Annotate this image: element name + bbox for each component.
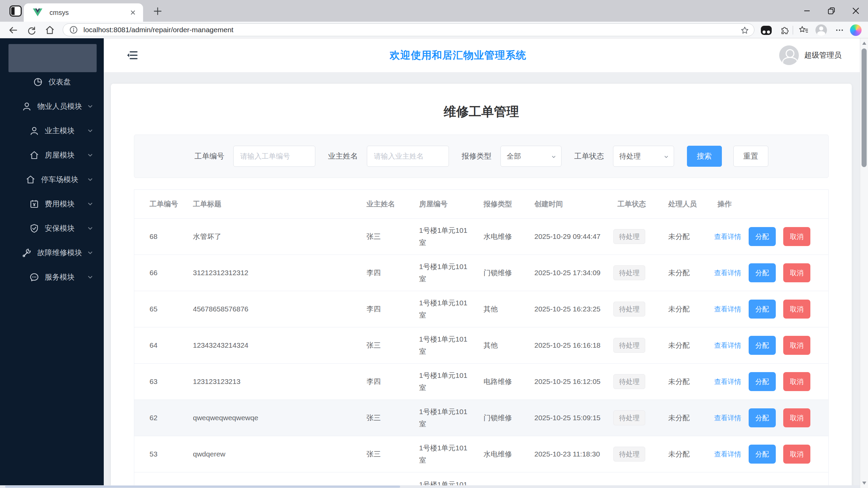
profile-icon[interactable] [815,24,827,36]
table-row: 63 123123123213 李四 1号楼1单元101室 电路维修 2025-… [134,364,828,400]
scroll-up-icon[interactable] [862,42,866,45]
user-box[interactable]: 超级管理员 [779,38,842,72]
vertical-scrollbar[interactable] [860,38,868,488]
cell-order-status: 待处理 [611,406,662,430]
assign-button[interactable]: 分配 [749,263,776,282]
sidebar-item[interactable]: 房屋模块 [0,143,104,167]
cell-order-status: 待处理 [611,261,662,285]
more-icon[interactable] [833,24,846,36]
sidebar-item[interactable]: 停车场模块 [0,167,104,192]
cell-owner-name: 张三 [360,444,412,465]
sidebar-item[interactable]: 仪表盘 [0,70,104,94]
cancel-button[interactable]: 取消 [783,300,810,319]
copilot-icon[interactable] [850,24,862,36]
reset-button[interactable]: 重置 [733,146,768,167]
back-icon[interactable] [7,24,19,36]
sidebar-item-label: 费用模块 [45,199,75,209]
browser-essentials-icon[interactable] [760,24,772,36]
view-detail-link[interactable]: 查看详情 [714,233,741,240]
owner-name-label: 业主姓名 [328,151,358,161]
icon-shield [29,223,39,233]
sidebar-item[interactable]: 安保模块 [0,216,104,241]
icon-fee [29,199,39,209]
content-card: 维修工单管理 工单编号 业主姓名 报修类型 全部 [111,84,852,485]
cell-house-no: 1号楼1单元101室 [412,474,477,486]
chevron-down-icon [87,152,94,159]
status-badge: 待处理 [613,338,645,353]
cancel-button[interactable]: 取消 [783,336,810,355]
column-header: 工单状态 [611,194,662,215]
browser-toolbar: localhost:8081/admin/repair/order-manage… [0,22,868,38]
screen: cmsys [0,0,868,488]
assign-button[interactable]: 分配 [749,372,776,391]
view-detail-link[interactable]: 查看详情 [714,450,741,458]
cell-house-no: 1号楼1单元101室 [412,292,477,326]
repair-type-select[interactable]: 全部 [500,146,561,167]
sidebar-item[interactable]: 故障维修模块 [0,241,104,265]
view-detail-link[interactable]: 查看详情 [714,342,741,349]
favorites-list-icon[interactable] [797,24,810,36]
cell-order-title: 45678658576876 [186,299,360,320]
cell-order-id: 63 [134,371,186,392]
repair-type-label: 报修类型 [462,151,492,161]
cell-order-title: qweqweqweqwewqe [186,407,360,428]
sidebar-item-label: 房屋模块 [45,150,75,160]
cell-actions: 查看详情 分配 取消 [711,295,828,323]
browser-tab[interactable]: cmsys [24,3,143,22]
restore-icon[interactable] [819,0,844,22]
view-detail-link[interactable]: 查看详情 [714,414,741,422]
refresh-icon[interactable] [26,24,37,36]
cell-owner-name: 张三 [360,407,412,428]
cancel-button[interactable]: 取消 [783,445,810,464]
address-bar[interactable]: localhost:8081/admin/repair/order-manage… [63,23,754,36]
scroll-down-icon[interactable] [862,482,866,485]
workspaces-icon[interactable] [9,5,22,17]
tab-close-icon[interactable] [129,8,137,17]
cell-handler: 未分配 [662,407,711,428]
view-detail-link[interactable]: 查看详情 [714,378,741,385]
cancel-button[interactable]: 取消 [783,263,810,282]
assign-button[interactable]: 分配 [749,227,776,246]
sidebar-item[interactable]: 物业人员模块 [0,94,104,119]
cell-repair-type: 电路维修 [477,371,528,392]
vertical-scrollbar-thumb[interactable] [862,48,867,167]
assign-button[interactable]: 分配 [749,300,776,319]
view-detail-link[interactable]: 查看详情 [714,269,741,277]
assign-button[interactable]: 分配 [749,445,776,464]
minimize-icon[interactable] [795,0,819,22]
view-detail-link[interactable]: 查看详情 [714,305,741,313]
icon-user [22,101,32,111]
sidebar-item-label: 物业人员模块 [37,101,82,111]
cell-order-status: 待处理 [611,479,662,486]
table-row: 64 12343243214324 张三 1号楼1单元101室 其他 2025-… [134,327,828,364]
cell-order-title: 12343243214324 [186,335,360,356]
owner-name-input[interactable] [367,146,449,167]
sidebar-item[interactable]: 业主模块 [0,119,104,143]
assign-button[interactable]: 分配 [749,336,776,355]
cell-created-time: 2025-10-25 16:23:25 [528,299,611,320]
new-tab-icon[interactable] [153,7,162,16]
favorite-star-icon[interactable] [740,26,749,35]
order-no-input[interactable] [233,146,315,167]
close-icon[interactable] [844,0,868,22]
horizontal-scrollbar-thumb[interactable] [5,486,400,488]
sidebar-item[interactable]: 服务模块 [0,265,104,289]
assign-button[interactable]: 分配 [749,408,776,427]
cell-order-id: 64 [134,335,186,356]
column-header: 创建时间 [528,194,611,215]
extensions-icon[interactable] [778,24,791,36]
cancel-button[interactable]: 取消 [783,408,810,427]
sidebar-item-label: 停车场模块 [41,175,78,185]
table-row: 1号楼1单元101室 待处理 查看详情 分配 取消 [134,472,828,485]
page-title: 维修工单管理 [111,84,852,118]
cell-handler: 未分配 [662,299,711,320]
search-button[interactable]: 搜索 [687,146,722,167]
order-status-select[interactable]: 待处理 [613,146,674,167]
sidebar-item[interactable]: 费用模块 [0,192,104,216]
home-icon[interactable] [44,24,56,36]
cancel-button[interactable]: 取消 [783,227,810,246]
cancel-button[interactable]: 取消 [783,372,810,391]
column-header: 业主姓名 [360,194,412,215]
horizontal-scrollbar[interactable] [0,485,860,488]
site-info-icon[interactable] [69,25,78,34]
